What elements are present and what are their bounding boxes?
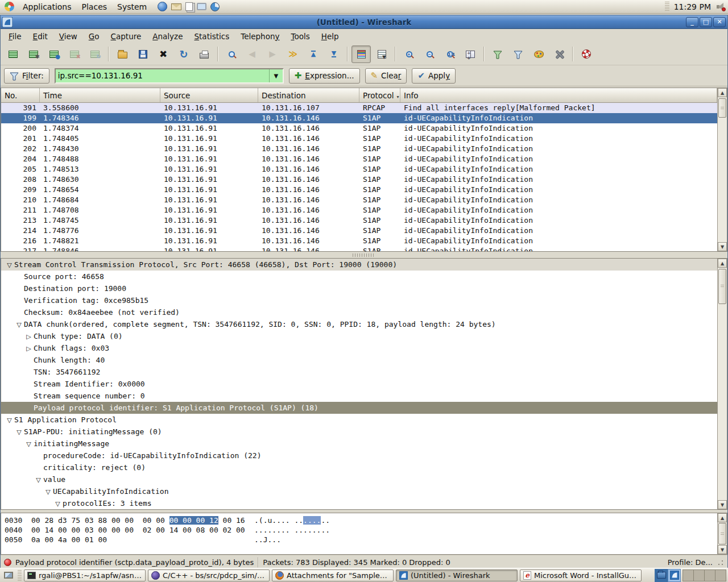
filter-button[interactable]: Filter:	[4, 68, 49, 84]
column-header-time[interactable]: Time	[40, 88, 160, 102]
resize-grip[interactable]	[717, 559, 724, 566]
panel-menu-applications[interactable]: Applications	[18, 1, 77, 13]
go-to-top-button[interactable]: ▲	[304, 45, 323, 63]
task-button-word[interactable]: eMicrosoft Word - InstallGuid...	[520, 569, 642, 581]
expand-toggle-icon[interactable]: ▽	[14, 319, 24, 331]
wireshark-tray-icon[interactable]	[668, 569, 681, 582]
capture-filters-button[interactable]	[488, 45, 507, 63]
tree-line[interactable]: ▽initiatingMessage	[1, 438, 717, 450]
packet-row[interactable]: 1991.74834610.131.16.9110.131.16.146S1AP…	[1, 113, 717, 123]
apply-button[interactable]: ✔ Apply	[412, 68, 456, 84]
packet-row[interactable]: 2011.74840510.131.16.9110.131.16.146S1AP…	[1, 134, 717, 144]
expand-toggle-icon[interactable]: ▽	[53, 498, 63, 509]
file-close-button[interactable]: ✖	[154, 45, 173, 63]
menu-item-statistics[interactable]: Statistics	[188, 30, 235, 43]
preferences-button[interactable]	[549, 45, 569, 63]
tree-line[interactable]: ▽DATA chunk(ordered, complete segment, T…	[1, 318, 717, 330]
tree-line[interactable]: Chunk length: 40	[1, 354, 717, 366]
tree-line[interactable]: Source port: 46658	[1, 271, 717, 282]
go-to-packet-button[interactable]: ≫	[283, 45, 303, 63]
filter-input[interactable]	[56, 71, 269, 80]
tree-line[interactable]: Verification tag: 0xce985b15	[1, 294, 717, 306]
reload-button[interactable]: ↻	[174, 45, 193, 63]
menu-item-go[interactable]: Go	[83, 30, 105, 43]
documents-icon[interactable]	[185, 2, 193, 11]
tree-line[interactable]: ▽UECapabilityInfoIndication	[1, 485, 717, 497]
tree-line[interactable]: ▷Chunk type: DATA (0)	[1, 330, 717, 342]
packet-row[interactable]: 2081.74863010.131.16.9110.131.16.146S1AP…	[1, 174, 717, 185]
hex-row[interactable]: 003000 28 d3 75 03 88 00 00 00 00 00 00 …	[5, 516, 717, 525]
workspace-cell[interactable]	[693, 569, 705, 581]
packet-list-scrollbar[interactable]: ▲ ▼	[717, 88, 727, 251]
filter-dropdown-button[interactable]: ▼	[269, 69, 283, 82]
file-open-button[interactable]	[113, 45, 132, 63]
email-icon[interactable]	[171, 3, 181, 10]
workspace-cell[interactable]	[715, 569, 726, 581]
list-interfaces-button[interactable]	[3, 45, 23, 63]
panel-menu-places[interactable]: Places	[77, 1, 113, 13]
column-header-info[interactable]: Info	[400, 88, 717, 102]
menu-item-analyze[interactable]: Analyze	[147, 30, 188, 43]
menu-item-edit[interactable]: Edit	[27, 30, 53, 43]
menu-item-help[interactable]: Help	[316, 30, 345, 43]
hex-row[interactable]: 00500a 00 4a 00 01 00..J...	[5, 535, 717, 544]
task-button-firefox[interactable]: Attachments for "SampleC...	[272, 569, 394, 581]
go-to-bottom-button[interactable]: ▼	[324, 45, 344, 63]
panel-menu-system[interactable]: System	[112, 1, 152, 13]
display-filters-button[interactable]	[508, 45, 528, 63]
print-button[interactable]	[195, 45, 214, 63]
tree-line[interactable]: procedureCode: id-UECapabilityInfoIndica…	[1, 450, 717, 462]
taskbar-handle[interactable]	[18, 570, 22, 581]
tree-line[interactable]: Stream Identifier: 0x0000	[1, 378, 717, 390]
colorize-button[interactable]	[351, 45, 371, 63]
zoom-out-button[interactable]: −	[420, 45, 439, 63]
column-header-no[interactable]: No.	[1, 88, 40, 102]
menu-item-telephony[interactable]: Telephony	[235, 30, 285, 43]
packet-row[interactable]: 2051.74851310.131.16.9110.131.16.146S1AP…	[1, 164, 717, 174]
capture-options-button[interactable]: ✱	[24, 45, 43, 63]
packet-row[interactable]: 2001.74837410.131.16.9110.131.16.146S1AP…	[1, 123, 717, 134]
expand-toggle-icon[interactable]: ▽	[14, 426, 24, 438]
menu-item-tools[interactable]: Tools	[285, 30, 315, 43]
column-header-protocol[interactable]: Protocol▾	[359, 88, 400, 102]
pane-splitter[interactable]	[1, 252, 727, 258]
volume-icon[interactable]	[715, 2, 726, 11]
tree-line[interactable]: ▽S1 Application Protocol	[1, 414, 717, 426]
task-button-eclipse[interactable]: C/C++ - bs/src/pdcp_sim/p...	[148, 569, 270, 581]
scrollbar-thumb[interactable]	[718, 98, 726, 118]
tree-line[interactable]: Stream sequence number: 0	[1, 390, 717, 402]
file-manager-tray-icon[interactable]	[655, 569, 668, 582]
tree-line[interactable]: TSN: 3547661192	[1, 366, 717, 378]
scroll-up-button[interactable]: ▲	[718, 88, 727, 97]
task-button-wireshark[interactable]: (Untitled) - Wireshark	[396, 569, 518, 581]
menu-item-capture[interactable]: Capture	[105, 30, 147, 43]
packet-row[interactable]: 2091.74865410.131.16.9110.131.16.146S1AP…	[1, 185, 717, 195]
tree-line[interactable]: criticality: reject (0)	[1, 462, 717, 473]
display-icon[interactable]	[197, 3, 206, 10]
show-desktop-button[interactable]	[2, 569, 15, 581]
workspace-cell[interactable]	[682, 569, 694, 581]
tree-line[interactable]: Destination port: 19000	[1, 282, 717, 294]
task-button-terminal[interactable]: rgali@PBS1:~/s1apfw/asn1...	[24, 569, 146, 581]
bytes-scrollbar[interactable]: ▲ ▼	[717, 513, 727, 554]
tree-line[interactable]: ▽S1AP-PDU: initiatingMessage (0)	[1, 426, 717, 438]
menu-item-view[interactable]: View	[53, 30, 83, 43]
minimize-button[interactable]: _	[686, 17, 698, 27]
zoom-normal-button[interactable]: 1:1	[440, 45, 460, 63]
scroll-down-button[interactable]: ▼	[718, 500, 727, 509]
resize-columns-button[interactable]	[461, 45, 480, 63]
web-browser-icon[interactable]	[158, 2, 167, 11]
scroll-up-button[interactable]: ▲	[718, 259, 727, 268]
packet-row[interactable]: 2041.74848810.131.16.9110.131.16.146S1AP…	[1, 154, 717, 164]
scroll-up-button[interactable]: ▲	[718, 513, 727, 522]
help-button[interactable]	[577, 45, 596, 63]
zoom-in-button[interactable]: +	[399, 45, 419, 63]
packet-row[interactable]: 2161.74882110.131.16.9110.131.16.146S1AP…	[1, 236, 717, 246]
maximize-button[interactable]: □	[700, 17, 712, 27]
expand-toggle-icon[interactable]: ▽	[24, 438, 34, 450]
packet-row[interactable]: 2171.74884610.131.16.9110.131.16.146S1AP…	[1, 246, 717, 251]
tree-line[interactable]: ▽protocolIEs: 3 items	[1, 497, 717, 509]
expert-info-icon[interactable]	[4, 559, 11, 566]
hex-row[interactable]: 004000 14 00 00 03 00 00 00 02 00 14 00 …	[5, 525, 717, 535]
titlebar[interactable]: (Untitled) - Wireshark _ □ ✕	[1, 15, 727, 29]
